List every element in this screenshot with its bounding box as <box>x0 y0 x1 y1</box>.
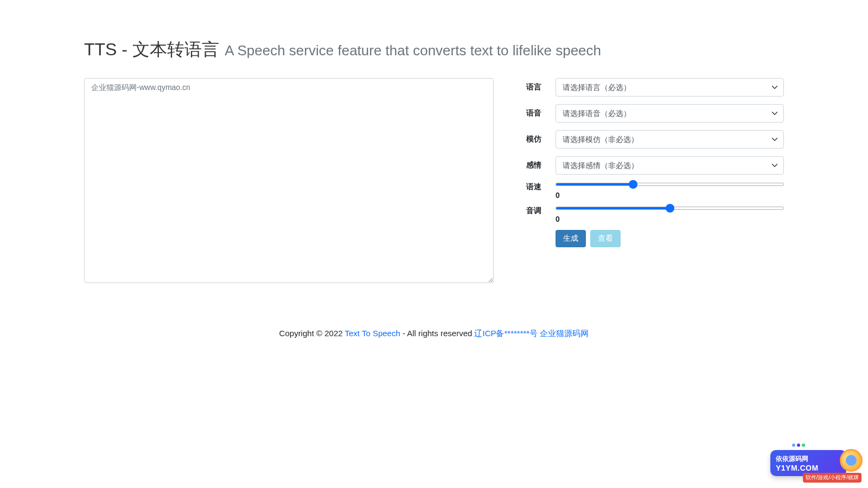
page-title: TTS - 文本转语言 <box>84 40 219 59</box>
language-select[interactable]: 请选择语言（必选） <box>556 78 784 97</box>
emotion-label: 感情 <box>526 160 556 170</box>
pitch-value: 0 <box>556 215 784 223</box>
footer-middle: - All rights reserved <box>400 329 475 338</box>
footer-copyright: Copyright © 2022 <box>279 329 345 338</box>
generate-button[interactable]: 生成 <box>556 230 586 247</box>
mimic-select[interactable]: 请选择模仿（非必选） <box>556 130 784 149</box>
speed-value: 0 <box>556 191 784 200</box>
page-header: TTS - 文本转语言 A Speech service feature tha… <box>84 38 784 62</box>
text-input[interactable] <box>84 78 494 283</box>
footer-link-icp[interactable]: 辽ICP备********号 <box>474 329 538 338</box>
page-subtitle: A Speech service feature that converts t… <box>225 42 601 59</box>
view-button[interactable]: 查看 <box>590 230 621 247</box>
mimic-label: 模仿 <box>526 134 556 144</box>
emotion-select[interactable]: 请选择感情（非必选） <box>556 156 784 175</box>
pitch-label: 音调 <box>526 206 556 223</box>
footer-link-qymao[interactable]: 企业猫源码网 <box>540 329 589 338</box>
voice-select[interactable]: 请选择语音（必选） <box>556 104 784 123</box>
speed-label: 语速 <box>526 182 556 200</box>
footer-link-tts[interactable]: Text To Speech <box>344 329 400 338</box>
footer: Copyright © 2022 Text To Speech - All ri… <box>84 329 784 339</box>
speed-slider[interactable] <box>556 182 784 187</box>
pitch-slider[interactable] <box>556 206 784 210</box>
language-label: 语言 <box>526 82 556 92</box>
voice-label: 语音 <box>526 108 556 118</box>
